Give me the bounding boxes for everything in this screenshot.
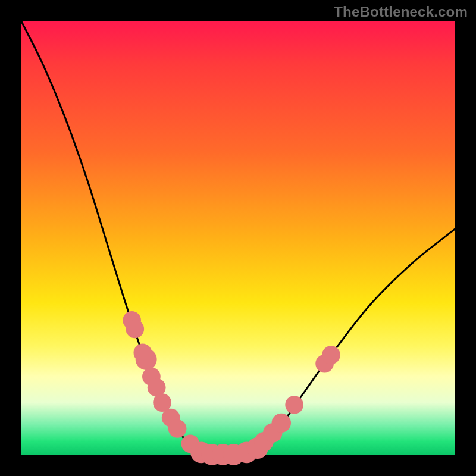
chart-svg — [21, 21, 455, 455]
watermark-text: TheBottleneck.com — [334, 4, 468, 20]
data-marker — [168, 419, 187, 438]
plot-area — [21, 21, 455, 455]
data-marker — [285, 396, 303, 414]
outer-frame: TheBottleneck.com — [0, 0, 476, 476]
data-marker — [272, 414, 291, 433]
data-marker — [136, 349, 157, 370]
data-marker — [322, 346, 340, 364]
bottleneck-curve — [21, 21, 455, 455]
data-marker — [126, 320, 144, 339]
